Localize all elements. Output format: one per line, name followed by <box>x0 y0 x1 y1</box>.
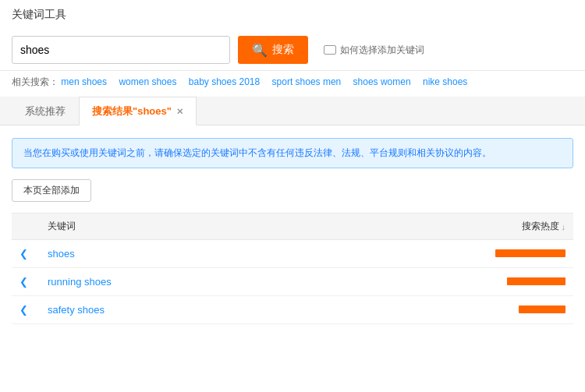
results-table: 关键词 搜索热度 ↓ ❮shoes❮running shoes❮safety s… <box>12 213 573 324</box>
sort-icon: ↓ <box>562 222 566 231</box>
related-item-4[interactable]: sport shoes men <box>272 76 342 87</box>
table-row: ❮safety shoes <box>12 296 573 324</box>
help-link[interactable]: 如何选择添加关键词 <box>324 44 424 57</box>
keyword-link[interactable]: shoes <box>48 248 75 260</box>
main-content: 当您在购买或使用关键词之前，请确保选定的关键词中不含有任何违反法律、法规、平台规… <box>0 125 585 337</box>
heat-bar <box>519 305 566 313</box>
tab-close-icon[interactable]: ✕ <box>176 107 183 117</box>
table-row: ❮shoes <box>12 240 573 268</box>
warning-box: 当您在购买或使用关键词之前，请确保选定的关键词中不含有任何违反法律、法规、平台规… <box>12 138 573 168</box>
search-bar-area: 🔍 搜索 如何选择添加关键词 <box>0 28 585 71</box>
related-searches: 相关搜索： men shoes women shoes baby shoes 2… <box>0 71 585 97</box>
chevron-left-icon[interactable]: ❮ <box>20 248 28 260</box>
heat-bar-cell <box>296 268 573 296</box>
chevron-left-icon[interactable]: ❮ <box>20 304 28 316</box>
table-row: ❮running shoes <box>12 268 573 296</box>
heat-bar <box>507 277 566 285</box>
related-item-3[interactable]: baby shoes 2018 <box>189 76 260 87</box>
add-all-button[interactable]: 本页全部添加 <box>12 179 91 202</box>
related-item-6[interactable]: nike shoes <box>423 76 467 87</box>
chevron-left-icon[interactable]: ❮ <box>20 276 28 288</box>
related-label: 相关搜索： <box>12 76 58 87</box>
col-heat-header[interactable]: 搜索热度 ↓ <box>296 214 573 240</box>
help-icon <box>324 45 336 55</box>
related-item-5[interactable]: shoes women <box>353 76 411 87</box>
tabs-bar: 系统推荐 搜索结果"shoes" ✕ <box>0 97 585 125</box>
search-input[interactable] <box>12 36 230 64</box>
related-item-1[interactable]: men shoes <box>61 76 107 87</box>
tab-search-results[interactable]: 搜索结果"shoes" ✕ <box>79 97 197 125</box>
heat-bar-cell <box>296 240 573 268</box>
keyword-link[interactable]: safety shoes <box>48 304 105 316</box>
heat-bar <box>495 249 566 257</box>
heat-bar-cell <box>296 296 573 324</box>
page-title: 关键词工具 <box>0 0 585 28</box>
related-item-2[interactable]: women shoes <box>119 76 176 87</box>
keyword-link[interactable]: running shoes <box>48 276 112 288</box>
col-keyword-header: 关键词 <box>40 214 296 240</box>
tab-system-recommend[interactable]: 系统推荐 <box>12 97 79 125</box>
search-button[interactable]: 🔍 搜索 <box>238 36 308 64</box>
search-icon: 🔍 <box>252 43 268 58</box>
